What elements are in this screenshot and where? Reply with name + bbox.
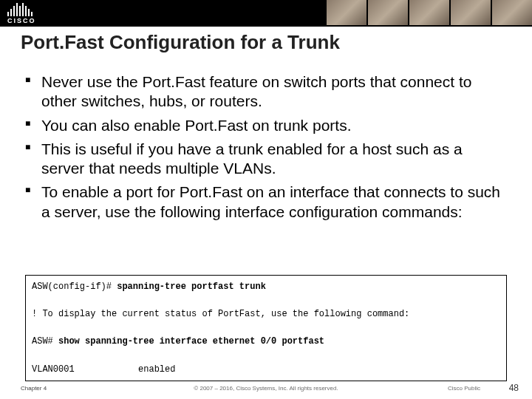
bullet-item: To enable a port for Port.Fast on an int… (25, 183, 505, 222)
footer-page-number: 48 (509, 383, 519, 393)
cisco-logo-bars (7, 3, 34, 16)
bullet-item: You can also enable Port.Fast on trunk p… (25, 116, 505, 135)
code-block: ASW(config-if)# spanning-tree portfast t… (25, 275, 507, 381)
slide-title: Port.Fast Configuration for a Trunk (21, 31, 340, 54)
header-photo (368, 0, 408, 25)
code-line: VLAN0001 enabled (32, 363, 500, 377)
bullet-item: Never use the Port.Fast feature on switc… (25, 72, 505, 112)
header-photo (327, 0, 366, 25)
header-photo (492, 0, 532, 25)
cisco-logo: CISCO (7, 3, 36, 24)
slide-body: Never use the Port.Fast feature on switc… (25, 72, 505, 226)
code-line (32, 349, 500, 363)
code-line (32, 294, 500, 308)
code-line: ASW(config-if)# spanning-tree portfast t… (32, 280, 500, 294)
code-command: spanning-tree portfast trunk (117, 282, 266, 292)
header-rule (0, 25, 532, 27)
header-bar: CISCO (0, 0, 532, 25)
header-photo (409, 0, 449, 25)
footer-label: Cisco Public (448, 385, 480, 392)
code-prompt: ASW(config-if)# (32, 282, 117, 292)
header-photo-strip (325, 0, 532, 25)
slide: CISCO Port.Fast Configuration for a Trun… (0, 0, 532, 399)
code-command: show spanning-tree interface ethernet 0/… (58, 336, 324, 347)
code-line: ! To display the current status of PortF… (32, 307, 500, 321)
code-line (32, 321, 500, 335)
code-line: ASW# show spanning-tree interface ethern… (32, 335, 500, 349)
code-prompt: ASW# (32, 336, 58, 347)
bullet-item: This is useful if you have a trunk enabl… (25, 140, 505, 179)
header-photo (451, 0, 491, 25)
cisco-logo-text: CISCO (7, 17, 36, 24)
